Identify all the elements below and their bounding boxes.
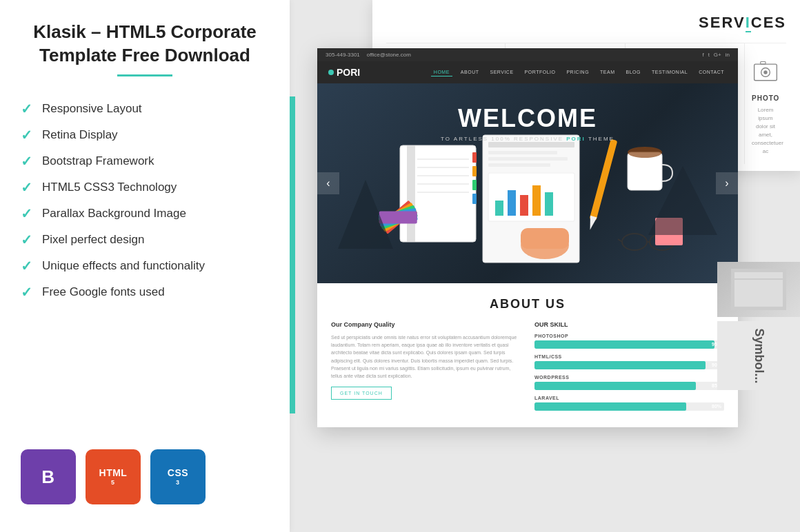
site-about: ABOUT US Our Company Quality Sed ut pers… (317, 283, 738, 427)
feature-item: ✓Pixel perfect design (21, 227, 269, 253)
skill-photoshop-fill (534, 340, 714, 349)
side-card-2: Symbol... (717, 321, 800, 390)
feature-item: ✓Unique effects and functionality (21, 253, 269, 279)
feature-item: ✓HTML5 CSS3 Technology (21, 174, 269, 201)
feature-item: ✓Retina Display (21, 122, 269, 148)
about-title: ABOUT US (331, 297, 724, 311)
skill-laravel: LARAVEL 80% (534, 396, 724, 411)
skill-laravel-fill (534, 402, 686, 411)
nav-pricing[interactable]: PRICING (563, 68, 592, 76)
social-f: f (702, 52, 703, 58)
title-block: Klasik – HTML5 Corporate Template Free D… (21, 21, 269, 76)
side-card-1-image (731, 269, 786, 310)
svg-rect-67 (734, 272, 783, 307)
bootstrap-letter: B (41, 468, 54, 486)
social-in: in (726, 52, 730, 58)
skill-laravel-label: LARAVEL (534, 396, 724, 400)
check-icon: ✓ (21, 258, 32, 274)
nav-blog[interactable]: BLOG (623, 68, 643, 76)
svg-rect-39 (488, 157, 568, 161)
logo-text: PORI (337, 67, 360, 78)
social-t: t (708, 52, 710, 58)
feature-text: Retina Display (42, 128, 118, 142)
about-right: OUR SKILL PHOTOSHOP 95% HTML/CSS 90% (534, 321, 724, 416)
feature-item: ✓Free Google fonts used (21, 279, 269, 305)
main-title: Klasik – HTML5 Corporate Template Free D… (21, 21, 269, 68)
badge-bootstrap: B (21, 449, 76, 504)
check-icon: ✓ (21, 101, 32, 117)
nav-portfolio[interactable]: PORTFOLIO (522, 68, 559, 76)
svg-rect-42 (495, 201, 503, 216)
svg-rect-24 (761, 61, 766, 64)
check-icon: ✓ (21, 205, 32, 222)
check-icon: ✓ (21, 127, 32, 143)
svg-point-53 (622, 234, 647, 250)
check-icon: ✓ (21, 284, 32, 300)
svg-rect-62 (379, 212, 417, 224)
feature-item: ✓Responsive Layout (21, 96, 269, 122)
nav-testimonial[interactable]: TESTIMONIAL (649, 68, 690, 76)
svg-rect-48 (521, 228, 569, 249)
feature-item: ✓Bootstrap Framework (21, 148, 269, 174)
side-cards: Symbol... (717, 262, 800, 390)
svg-rect-40 (488, 163, 550, 167)
svg-rect-26 (407, 145, 415, 242)
svg-line-56 (618, 239, 622, 242)
photo-desc: Lorem ipsum dolor sit amet, consectetuer… (752, 106, 779, 156)
nav-contact[interactable]: CONTACT (696, 68, 727, 76)
svg-rect-44 (520, 195, 528, 216)
badge-html5: HTML 5 (86, 449, 141, 504)
check-icon: ✓ (21, 153, 32, 170)
topbar-phone: 305-449-3301 (326, 52, 360, 58)
about-btn[interactable]: GET IN TOUCH (331, 387, 392, 400)
svg-rect-51 (628, 152, 662, 190)
about-cols: Our Company Quality Sed ut perspiciatis … (331, 321, 724, 416)
photo-label: PHOTO (752, 94, 779, 102)
photo-icon-area (752, 54, 779, 89)
nav-home[interactable]: HOME (431, 68, 452, 76)
html5-letter: HTML (99, 468, 128, 478)
topbar-right: f t G+ in (702, 52, 730, 58)
site-navbar: PORI HOME ABOUT SERVICE PORTFOLIO PRICIN… (317, 61, 738, 83)
feature-item: ✓Parallax Background Image (21, 201, 269, 227)
svg-point-23 (763, 70, 767, 74)
check-icon: ✓ (21, 179, 32, 196)
css3-number: 3 (176, 479, 180, 486)
slider-next[interactable]: › (716, 172, 738, 194)
svg-point-52 (628, 147, 662, 158)
main-preview: 305-449-3301 office@stone.com f t G+ in … (317, 48, 738, 427)
site-logo: PORI (328, 67, 360, 78)
svg-rect-45 (532, 185, 541, 216)
svg-rect-38 (488, 151, 557, 154)
skill-photoshop-bar: 95% (534, 340, 724, 349)
about-col1-text: Sed ut perspiciatis unde omnis iste natu… (331, 334, 521, 380)
skill-wordpress-fill (534, 382, 696, 390)
skill-wordpress-label: WORDPRESS (534, 375, 724, 380)
svg-rect-43 (508, 190, 516, 216)
feature-text: Bootstrap Framework (42, 154, 154, 168)
svg-rect-35 (472, 194, 477, 204)
skill-htmlcss: HTML/CSS 90% (534, 354, 724, 369)
svg-rect-34 (472, 180, 477, 190)
features-list: ✓Responsive Layout✓Retina Display✓Bootst… (21, 96, 269, 305)
nav-service[interactable]: SERVICE (487, 68, 516, 76)
skill-wordpress-bar: 85% (534, 382, 724, 390)
skill-htmlcss-fill (534, 361, 706, 369)
check-icon: ✓ (21, 232, 32, 248)
site-nav-links: HOME ABOUT SERVICE PORTFOLIO PRICING TEA… (431, 68, 727, 76)
svg-rect-49 (590, 139, 618, 221)
feature-text: Responsive Layout (42, 102, 142, 116)
feature-text: Parallax Background Image (42, 207, 186, 221)
nav-team[interactable]: TEAM (597, 68, 617, 76)
svg-rect-37 (488, 142, 574, 147)
title-underline (117, 74, 172, 76)
hero-subtitle: TO ARTLESS 100% RESPONSIVE PORI THEME (441, 136, 614, 142)
svg-rect-33 (472, 166, 477, 176)
tech-badges: B HTML 5 CSS 3 (21, 449, 269, 511)
svg-rect-32 (472, 152, 477, 163)
nav-about[interactable]: ABOUT (458, 68, 482, 76)
topbar-email: office@stone.com (367, 52, 411, 58)
slider-prev[interactable]: ‹ (317, 172, 339, 194)
topbar-left: 305-449-3301 office@stone.com (326, 52, 411, 58)
feature-text: Unique effects and functionality (42, 259, 205, 273)
